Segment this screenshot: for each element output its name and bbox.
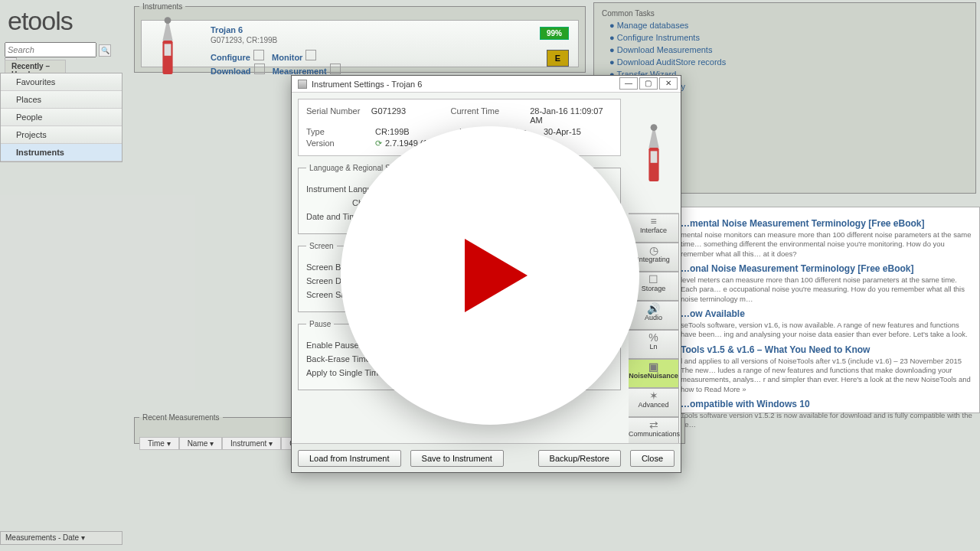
play-icon — [465, 239, 528, 312]
play-button[interactable] — [341, 126, 639, 425]
